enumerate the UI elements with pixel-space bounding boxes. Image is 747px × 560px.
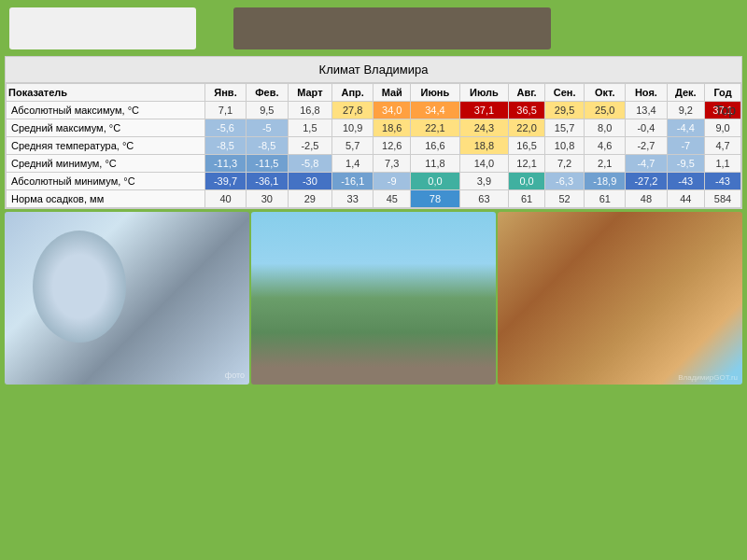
cell-r4-c6: 3,9 [459,173,509,190]
top-label: Top [714,103,736,118]
row-label-4: Абсолютный минимум, °С [7,173,205,190]
cell-r1-c6: 24,3 [459,119,509,137]
row-label-1: Средний максимум, °С [7,119,205,137]
cell-r3-c12: 1,1 [705,155,741,173]
cell-r0-c9: 25,0 [585,102,626,119]
cell-r2-c1: -8,5 [247,137,289,155]
cell-r4-c7: 0,0 [509,173,545,190]
col-header-Год: Год [705,84,741,102]
col-header-Фев.: Фев. [247,84,289,102]
cell-r4-c4: -9 [374,173,411,190]
row-label-5: Норма осадков, мм [7,190,205,208]
cell-r2-c6: 18,8 [459,137,509,155]
table-title: Климат Владимира [6,57,741,83]
winter-image: фото [5,212,249,385]
table-row: Средняя температура, °С-8,5-8,5-2,55,712… [7,137,741,155]
cell-r2-c9: 4,6 [585,137,626,155]
cell-r3-c11: -9,5 [667,155,705,173]
cell-r5-c0: 40 [204,190,246,208]
cell-r3-c9: 2,1 [585,155,626,173]
cell-r5-c11: 44 [667,190,705,208]
col-header-Дек.: Дек. [667,84,705,102]
cell-r5-c12: 584 [705,190,741,208]
cell-r4-c11: -43 [667,173,705,190]
col-header-Июнь: Июнь [411,84,459,102]
col-header-Апр.: Апр. [332,84,374,102]
cell-r4-c3: -16,1 [332,173,374,190]
cell-r0-c4: 34,0 [374,102,411,119]
cell-r1-c4: 18,6 [374,119,411,137]
cell-r3-c8: 7,2 [544,155,584,173]
top-dark-box [233,7,551,49]
cell-r2-c8: 10,8 [544,137,584,155]
cell-r3-c5: 11,8 [411,155,459,173]
col-header-Ноя.: Ноя. [626,84,667,102]
cell-r4-c8: -6,3 [544,173,584,190]
cell-r0-c11: 9,2 [667,102,705,119]
cell-r1-c0: -5,6 [204,119,246,137]
bottom-images: фото ВладимирGOТ.ru [0,212,747,385]
cell-r1-c12: 9,0 [705,119,741,137]
cell-r1-c2: 1,5 [288,119,332,137]
row-label-0: Абсолютный максимум, °С [7,102,205,119]
cell-r1-c1: -5 [247,119,289,137]
cell-r2-c3: 5,7 [332,137,374,155]
cell-r1-c9: 8,0 [585,119,626,137]
cell-r1-c3: 10,9 [332,119,374,137]
cell-r0-c6: 37,1 [459,102,509,119]
cell-r0-c5: 34,4 [411,102,459,119]
cell-r3-c0: -11,3 [204,155,246,173]
col-header-label: Показатель [7,84,205,102]
cell-r0-c1: 9,5 [247,102,289,119]
cell-r5-c10: 48 [626,190,667,208]
table-row: Абсолютный минимум, °С-39,7-36,1-30-16,1… [7,173,741,190]
cell-r5-c2: 29 [288,190,332,208]
cell-r4-c0: -39,7 [204,173,246,190]
cell-r3-c3: 1,4 [332,155,374,173]
cell-r5-c6: 63 [459,190,509,208]
cell-r2-c7: 16,5 [509,137,545,155]
col-header-Авг.: Авг. [509,84,545,102]
cell-r3-c7: 12,1 [509,155,545,173]
top-area [0,0,747,56]
row-label-3: Средний минимум, °С [7,155,205,173]
cell-r4-c5: 0,0 [411,173,459,190]
cell-r5-c7: 61 [509,190,545,208]
cell-r0-c0: 7,1 [204,102,246,119]
cell-r0-c8: 29,5 [544,102,584,119]
table-row: Средний минимум, °С-11,3-11,5-5,81,47,31… [7,155,741,173]
climate-table: ПоказательЯнв.Фев.МартАпр.МайИюньИюльАвг… [6,83,741,208]
cell-r3-c1: -11,5 [247,155,289,173]
col-header-Июль: Июль [459,84,509,102]
cell-r3-c2: -5,8 [288,155,332,173]
cell-r5-c4: 45 [374,190,411,208]
row-label-2: Средняя температура, °С [7,137,205,155]
top-white-box [9,7,196,49]
cell-r0-c2: 16,8 [288,102,332,119]
cell-r2-c5: 16,6 [411,137,459,155]
cell-r1-c5: 22,1 [411,119,459,137]
cell-r2-c0: -8,5 [204,137,246,155]
cell-r5-c1: 30 [247,190,289,208]
cell-r4-c12: -43 [705,173,741,190]
cell-r5-c5: 78 [411,190,459,208]
col-header-Янв.: Янв. [204,84,246,102]
col-header-Май: Май [374,84,411,102]
table-row: Абсолютный максимум, °С7,19,516,827,834,… [7,102,741,119]
table-header-row: ПоказательЯнв.Фев.МартАпр.МайИюньИюльАвг… [7,84,741,102]
cell-r1-c11: -4,4 [667,119,705,137]
cell-r2-c2: -2,5 [288,137,332,155]
table-row: Средний максимум, °С-5,6-51,510,918,622,… [7,119,741,137]
table-row: Норма осадков, мм40302933457863615261484… [7,190,741,208]
cell-r4-c9: -18,9 [585,173,626,190]
castle-image [251,212,496,385]
cell-r2-c11: -7 [667,137,705,155]
col-header-Сен.: Сен. [544,84,584,102]
cell-r3-c4: 7,3 [374,155,411,173]
col-header-Окт.: Окт. [585,84,626,102]
cell-r3-c10: -4,7 [626,155,667,173]
cell-r2-c12: 4,7 [705,137,741,155]
cell-r2-c10: -2,7 [626,137,667,155]
cell-r0-c10: 13,4 [626,102,667,119]
col-header-Март: Март [288,84,332,102]
